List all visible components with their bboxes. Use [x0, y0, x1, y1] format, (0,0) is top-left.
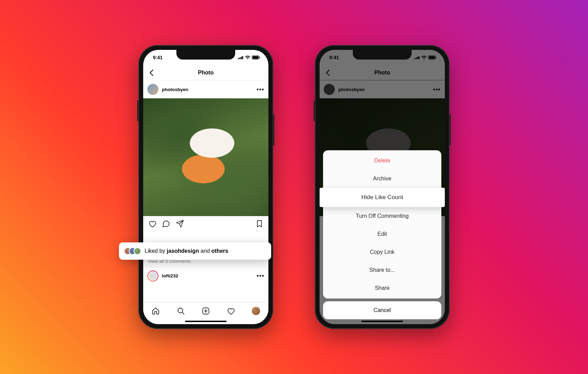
more-button[interactable]: •••: [257, 86, 264, 93]
svg-rect-1: [239, 57, 240, 59]
more-button[interactable]: •••: [257, 272, 264, 279]
sheet-turn-off-commenting[interactable]: Turn Off Commenting: [323, 207, 441, 225]
action-row: [143, 216, 268, 231]
svg-rect-3: [242, 56, 243, 59]
sheet-copy-link[interactable]: Copy Link: [323, 243, 441, 261]
tab-search[interactable]: [177, 307, 185, 315]
liked-by-callout[interactable]: Liked by jasohdesign and others: [119, 242, 271, 260]
comment-button[interactable]: [162, 220, 170, 228]
tab-profile[interactable]: [252, 307, 260, 315]
like-button[interactable]: [148, 220, 156, 228]
home-indicator[interactable]: [361, 321, 403, 322]
send-icon: [176, 220, 184, 228]
chevron-left-icon: [149, 69, 154, 76]
bookmark-icon: [255, 220, 264, 228]
screen: 9:41 Photo photosbyen ••• Delete Archive: [320, 50, 445, 324]
tab-bar: [143, 302, 268, 324]
post-username[interactable]: lofti232: [162, 273, 253, 278]
facepile: [124, 247, 141, 255]
back-button[interactable]: [147, 69, 156, 77]
save-button[interactable]: [255, 220, 264, 228]
signal-icon: [238, 56, 244, 59]
search-icon: [177, 307, 185, 315]
sheet-share-to[interactable]: Share to...: [323, 261, 441, 279]
phone-left: 9:41 Photo photosbyen •••: [138, 45, 273, 329]
liked-by-user[interactable]: jasohdesign: [167, 248, 199, 254]
post-username[interactable]: photosbyen: [162, 87, 253, 92]
sheet-archive[interactable]: Archive: [323, 170, 441, 188]
liked-by-others[interactable]: others: [211, 248, 228, 254]
heart-icon: [148, 220, 156, 228]
sheet-cancel[interactable]: Cancel: [323, 301, 441, 319]
tab-home[interactable]: [151, 307, 160, 315]
home-icon: [151, 307, 160, 315]
plus-square-icon: [202, 307, 210, 315]
sheet-share[interactable]: Share: [323, 279, 441, 297]
liked-by-text: Liked by jasohdesign and others: [145, 248, 228, 254]
tab-create[interactable]: [202, 307, 210, 315]
avatar[interactable]: [147, 84, 158, 95]
wifi-icon: [245, 55, 250, 60]
post-image[interactable]: [143, 98, 268, 216]
svg-rect-0: [238, 58, 239, 59]
sheet-edit[interactable]: Edit: [323, 225, 441, 243]
avatar[interactable]: [147, 270, 158, 282]
heart-icon: [227, 307, 235, 315]
post-header: photosbyen •••: [143, 80, 268, 98]
battery-icon: [252, 55, 260, 60]
svg-rect-5: [252, 56, 258, 59]
svg-rect-2: [241, 57, 242, 59]
status-time: 9:41: [153, 55, 163, 60]
share-button[interactable]: [176, 220, 184, 228]
notch: [176, 50, 235, 60]
screen: 9:41 Photo photosbyen •••: [143, 50, 268, 324]
sheet-hide-like-count[interactable]: Hide Like Count: [320, 188, 445, 207]
phone-right: 9:41 Photo photosbyen ••• Delete Archive: [315, 45, 450, 329]
avatar: [134, 247, 141, 255]
sheet-delete[interactable]: Delete: [323, 152, 441, 170]
second-post-header: lofti232 •••: [143, 267, 268, 285]
svg-rect-6: [259, 57, 260, 59]
nav-bar: Photo: [143, 65, 268, 80]
home-indicator[interactable]: [185, 321, 227, 322]
status-icons: [238, 55, 260, 60]
notch: [353, 50, 412, 60]
nav-title: Photo: [198, 70, 213, 76]
tab-activity[interactable]: [227, 307, 235, 315]
action-sheet: Delete Archive Hide Like Count Turn Off …: [323, 150, 441, 319]
comment-icon: [162, 220, 170, 228]
